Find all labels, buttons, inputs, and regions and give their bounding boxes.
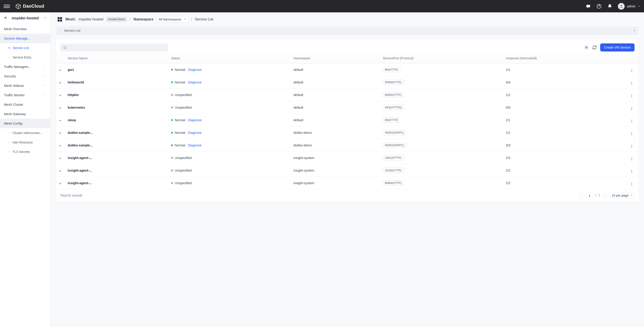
prev-page-button[interactable]: ‹ (579, 192, 584, 198)
status-dot-icon (171, 119, 173, 121)
svg-point-7 (64, 46, 66, 48)
row-menu-icon[interactable] (630, 132, 634, 135)
chevron-right-icon[interactable] (59, 29, 62, 32)
diagnose-link[interactable]: Diagnose (188, 68, 202, 72)
pagination: ‹ / 7 › 10 per page (579, 192, 634, 198)
diagnose-link[interactable]: Diagnose (188, 118, 202, 122)
tab-service-list[interactable]: Service List (64, 29, 80, 32)
per-page-select[interactable]: 10 per page (610, 192, 634, 198)
table-row: ▶dubbo-sample...Normal Diagnosedubbo-dem… (56, 139, 638, 152)
expand-caret-icon[interactable]: ▶ (60, 94, 62, 97)
sidebar-subitem[interactable]: Service List (0, 43, 50, 53)
port-badge: 50052(GRPC) (383, 130, 406, 135)
row-menu-icon[interactable] (630, 158, 634, 160)
expand-caret-icon[interactable]: ▶ (60, 68, 62, 72)
expand-caret-icon[interactable]: ▶ (60, 106, 62, 109)
sidebar-item[interactable]: Service Manage... (0, 34, 50, 43)
service-name[interactable]: insight-agent-... (68, 156, 92, 160)
status-text: Normal (175, 80, 185, 84)
service-name[interactable]: httpbin (68, 93, 79, 97)
help-icon[interactable] (596, 4, 602, 9)
sidebar-item[interactable]: Security (0, 72, 50, 81)
table-row: ▶helloworldNormal Diagnosedefault5000(HT… (56, 76, 638, 88)
diagnose-link[interactable]: Diagnose (188, 80, 202, 84)
sidebar-item[interactable]: Mesh Cluster (0, 100, 50, 109)
service-name[interactable]: sleep (68, 118, 76, 122)
status-dot-icon (171, 157, 173, 159)
status-text: Unspecified (175, 106, 192, 109)
expand-caret-icon[interactable]: ▶ (60, 81, 62, 84)
page-input[interactable] (586, 193, 593, 198)
port-badge: 50052(GRPC) (383, 142, 406, 148)
instances-cell: 2/2 (506, 181, 510, 185)
row-menu-icon[interactable] (630, 182, 634, 186)
sidebar-item-label: Mesh Sidecar (4, 84, 24, 88)
row-menu-icon[interactable] (630, 69, 634, 72)
hamburger-menu-icon[interactable] (4, 3, 10, 10)
service-name[interactable]: insight-agent-... (68, 181, 92, 185)
avatar-icon (618, 3, 625, 10)
messages-icon[interactable] (586, 4, 591, 9)
sidebar-subitem[interactable]: Istio Resource (0, 138, 50, 147)
search-input-wrap[interactable] (60, 44, 168, 52)
table-row: ▶insight-agent-...Unspecified insight-sy… (56, 177, 638, 189)
expand-caret-icon[interactable]: ▶ (60, 144, 62, 147)
sidebar-item[interactable]: Mesh Sidecar (0, 81, 50, 90)
svg-rect-5 (58, 20, 60, 22)
namespace-select[interactable]: All Namespaces (156, 16, 188, 23)
expand-caret-icon[interactable]: ▶ (60, 169, 62, 172)
service-name[interactable]: helloworld (68, 80, 84, 84)
service-name[interactable]: dubbo-sample... (68, 131, 93, 134)
sidebar-subitem[interactable]: TLS Secrets (0, 147, 50, 156)
namespace-cell: dubbo-demo (294, 131, 312, 134)
notifications-icon[interactable] (607, 4, 612, 9)
topbar: DaoCloud admin (0, 0, 644, 12)
svg-rect-4 (60, 17, 62, 19)
service-name[interactable]: dubbo-sample... (68, 144, 93, 147)
row-menu-icon[interactable] (630, 107, 634, 110)
expand-caret-icon[interactable]: ▶ (60, 119, 62, 122)
port-badge: 80(HTTP) (383, 67, 400, 72)
diagnose-link[interactable]: Diagnose (188, 131, 202, 134)
port-badge: 8000(HTTP) (383, 92, 404, 98)
dash-icon (8, 48, 10, 48)
expand-caret-icon[interactable]: ▶ (60, 182, 62, 185)
service-name[interactable]: insight-agent-... (68, 169, 92, 172)
back-icon[interactable] (4, 16, 8, 21)
service-name[interactable]: gw1 (68, 68, 74, 72)
sidebar-subitem[interactable]: Cluster Interconnec... (0, 128, 50, 138)
expand-caret-icon[interactable]: ▶ (60, 157, 62, 160)
row-menu-icon[interactable] (630, 94, 634, 98)
instances-cell: 2/2 (506, 156, 510, 160)
row-menu-icon[interactable] (630, 82, 634, 85)
sidebar-item[interactable]: Traffic Monitor (0, 90, 50, 100)
user-menu[interactable]: admin (618, 3, 640, 10)
row-menu-icon[interactable] (630, 145, 634, 148)
chevron-down-icon[interactable] (44, 16, 47, 20)
service-name[interactable]: kubernetes (68, 106, 85, 109)
sidebar-item[interactable]: Mesh Gateway (0, 109, 50, 119)
diagnose-link[interactable]: Diagnose (188, 144, 202, 147)
search-input[interactable] (69, 46, 165, 49)
mesh-value: mspider-hosted (78, 17, 103, 21)
sidebar-item[interactable]: Mesh Config (0, 119, 50, 128)
row-menu-icon[interactable] (630, 170, 634, 173)
create-vm-service-button[interactable]: Create VM Service (600, 44, 634, 52)
status-text: Unspecified (175, 181, 192, 185)
card-toolbar: Create VM Service (56, 39, 638, 53)
sidebar-item[interactable]: Mesh Overview (0, 24, 50, 34)
next-page-button[interactable]: › (602, 192, 608, 198)
refresh-icon[interactable] (592, 45, 597, 50)
col-service-name: Service Name (65, 53, 168, 64)
total-records: Total 62 records (60, 194, 82, 197)
close-icon[interactable]: × (634, 28, 636, 32)
namespace-label: Namespace (134, 17, 154, 21)
chevron-down-icon (44, 65, 46, 68)
sidebar-item[interactable]: Traffic Managem... (0, 62, 50, 72)
status-text: Normal (175, 131, 185, 134)
expand-caret-icon[interactable]: ▶ (60, 132, 62, 134)
row-menu-icon[interactable] (630, 120, 634, 122)
settings-icon[interactable] (584, 45, 589, 50)
sidebar-subitem[interactable]: Service Entry (0, 53, 50, 62)
brand-logo[interactable]: DaoCloud (15, 3, 44, 9)
